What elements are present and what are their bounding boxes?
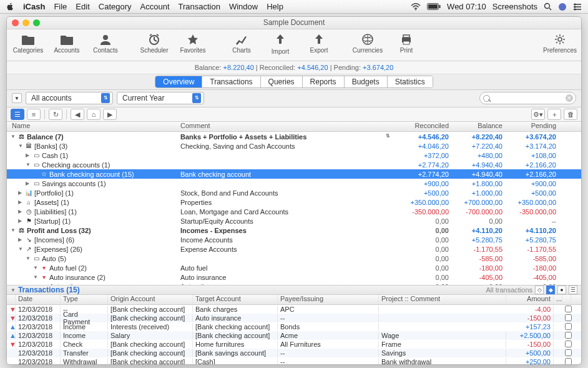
layout-icon[interactable]: ☰ bbox=[569, 286, 577, 294]
tree-row[interactable]: ▶📊[Portfolio] (1)Stock, Bond and Fund Ac… bbox=[7, 188, 581, 197]
disclosure-triangle[interactable]: ▶ bbox=[18, 218, 23, 224]
row-checkbox[interactable] bbox=[562, 332, 571, 340]
window-close-button[interactable] bbox=[12, 19, 19, 26]
disclosure-triangle[interactable]: ▼ bbox=[26, 256, 31, 261]
accounts-select[interactable]: All accounts⇅ bbox=[26, 92, 113, 104]
gear-button[interactable]: ⚙▾ bbox=[531, 109, 545, 120]
disclosure-triangle[interactable]: ▶ bbox=[18, 199, 23, 205]
disclosure-triangle[interactable]: ▼ bbox=[26, 162, 31, 167]
siri-icon[interactable] bbox=[558, 2, 567, 11]
window-zoom-button[interactable] bbox=[33, 19, 40, 26]
menu-category[interactable]: Category bbox=[99, 2, 132, 11]
toolbar-scheduler[interactable]: Scheduler bbox=[139, 33, 169, 54]
screenshots-menu[interactable]: Screenshots bbox=[492, 2, 537, 11]
disclosure-triangle[interactable]: ▼ bbox=[18, 246, 23, 252]
tree-row[interactable]: ☆Bank checking account (15)Bank checking… bbox=[7, 169, 581, 179]
add-button[interactable]: ＋ bbox=[547, 109, 561, 120]
search-input[interactable]: ✕ bbox=[479, 92, 576, 104]
tx-row[interactable]: ▲12/03/2018IncomeInterests (received)[Ba… bbox=[7, 322, 581, 331]
filter-icon-3[interactable]: ● bbox=[557, 286, 566, 294]
toolbar-preferences[interactable]: Preferences bbox=[545, 33, 575, 54]
menu-file[interactable]: File bbox=[54, 2, 67, 11]
row-checkbox[interactable] bbox=[562, 358, 571, 364]
apple-menu[interactable] bbox=[6, 2, 14, 11]
refresh-button[interactable]: ↻ bbox=[49, 109, 62, 120]
toolbar-import[interactable]: Import bbox=[265, 33, 295, 55]
menu-edit[interactable]: Edit bbox=[76, 2, 89, 11]
toolbar-export[interactable]: Export bbox=[304, 33, 334, 55]
view-tree-button[interactable]: ☰ bbox=[11, 109, 24, 120]
delete-button[interactable]: 🗑 bbox=[564, 109, 577, 120]
transactions-list[interactable]: ▼12/03/2018--[Bank checking account]Bank… bbox=[7, 305, 581, 364]
window-minimize-button[interactable] bbox=[22, 19, 29, 26]
row-checkbox[interactable] bbox=[562, 306, 571, 314]
disclosure-triangle[interactable]: ▼ bbox=[33, 265, 38, 271]
tx-row[interactable]: ▼12/03/2018Card Payment[Bank checking ac… bbox=[7, 314, 581, 322]
tree-row[interactable]: ▼🏛[Banks] (3)Checking, Saving and Cash A… bbox=[7, 141, 581, 151]
toolbar-print[interactable]: Print bbox=[391, 33, 421, 54]
toolbar-categories[interactable]: Categories bbox=[13, 33, 43, 54]
tab-transactions[interactable]: Transactions bbox=[202, 76, 260, 87]
tab-budgets[interactable]: Budgets bbox=[345, 76, 388, 87]
disclosure-triangle[interactable]: ▼ bbox=[18, 143, 23, 149]
battery-icon[interactable] bbox=[427, 3, 441, 10]
tree-row[interactable]: ▼▭Auto (5)0,00-585,00-585,00 bbox=[7, 254, 581, 263]
clock-text[interactable]: Wed 07:10 bbox=[447, 2, 486, 11]
tree-row[interactable]: ▼▾Auto insurance (2)Auto insurance0,00-4… bbox=[7, 272, 581, 282]
period-select[interactable]: Current Year⇅ bbox=[117, 92, 204, 104]
wifi-icon[interactable] bbox=[411, 3, 421, 11]
split-bar[interactable]: ▼ Transactions (15) All transactions ◇ ◆… bbox=[7, 285, 581, 295]
tab-queries[interactable]: Queries bbox=[261, 76, 303, 87]
tx-row[interactable]: ▼12/03/2018Check[Bank checking account]H… bbox=[7, 340, 581, 349]
toolbar-charts[interactable]: Charts bbox=[227, 33, 257, 55]
disclosure-triangle[interactable]: ▼ bbox=[11, 227, 16, 233]
row-checkbox[interactable] bbox=[562, 323, 571, 331]
tree-row[interactable]: ▶▭Savings accounts (1)+900,00+1.800,00+9… bbox=[7, 179, 581, 188]
filter-icon-1[interactable]: ◇ bbox=[535, 286, 544, 294]
disclosure-triangle[interactable]: ▼ bbox=[11, 134, 16, 139]
tree-column-header[interactable]: Name Comment Reconciled Balance Pending bbox=[7, 122, 581, 132]
view-list-button[interactable]: ≡ bbox=[27, 109, 41, 120]
tree-row[interactable]: ▶▭Cash (1)+372,00+480,00+108,00 bbox=[7, 151, 581, 160]
toolbar-favorites[interactable]: Favorites bbox=[178, 33, 208, 54]
back-button[interactable]: ◀ bbox=[71, 109, 84, 120]
tree-row[interactable]: ▼▭Checking accounts (1)+2.774,20+4.940,4… bbox=[7, 160, 581, 169]
spotlight-icon[interactable] bbox=[544, 2, 552, 11]
tx-row[interactable]: 12/03/2018Withdrawal[Bank checking accou… bbox=[7, 357, 581, 364]
disclosure-button[interactable]: ▼ bbox=[12, 93, 22, 103]
tree-row[interactable]: ▼⚖Balance (7)Banks + Portfolio + Assets … bbox=[7, 132, 581, 141]
toolbar-contacts[interactable]: Contacts bbox=[91, 33, 120, 54]
row-checkbox[interactable] bbox=[562, 341, 571, 349]
tree-row[interactable]: ▶↘[Incomes] (6)Income Accounts0,00+5.280… bbox=[7, 235, 581, 244]
titlebar[interactable]: Sample Document bbox=[7, 17, 581, 29]
account-tree[interactable]: ▼⚖Balance (7)Banks + Portfolio + Assets … bbox=[7, 132, 581, 285]
tree-row[interactable]: ▶◷[Liabilities] (1)Loan, Mortgage and Ca… bbox=[7, 207, 581, 216]
tree-row[interactable]: ▼⚖Profit and Loss (32)Incomes - Expenses… bbox=[7, 226, 581, 235]
tab-statistics[interactable]: Statistics bbox=[388, 76, 433, 87]
tab-reports[interactable]: Reports bbox=[303, 76, 345, 87]
tree-row[interactable]: ▼▾Auto fuel (2)Auto fuel0,00-180,00-180,… bbox=[7, 263, 581, 272]
menu-account[interactable]: Account bbox=[140, 2, 170, 11]
tree-row[interactable]: ▶⚑[Startup] (1)Startup/Equity Accounts0,… bbox=[7, 216, 581, 226]
notification-center-icon[interactable] bbox=[573, 3, 582, 11]
disclosure-triangle[interactable]: ▶ bbox=[18, 209, 23, 214]
row-checkbox[interactable] bbox=[562, 314, 571, 322]
tree-row[interactable]: ▼↗[Expenses] (26)Expense Accounts0,00-1.… bbox=[7, 244, 581, 254]
forward-button[interactable]: ▶ bbox=[103, 109, 117, 120]
tx-row[interactable]: ▲12/03/2018IncomeSalary[Bank checking ac… bbox=[7, 331, 581, 340]
split-disclosure[interactable]: ▼ bbox=[11, 287, 16, 293]
clear-search-icon[interactable]: ✕ bbox=[566, 94, 573, 102]
menu-transaction[interactable]: Transaction bbox=[179, 2, 220, 11]
tx-column-header[interactable]: Date Type Origin Account Target Account … bbox=[7, 295, 581, 305]
disclosure-triangle[interactable]: ▶ bbox=[26, 152, 31, 158]
disclosure-triangle[interactable]: ▶ bbox=[18, 190, 23, 196]
toolbar-currencies[interactable]: Currencies bbox=[353, 33, 383, 54]
app-menu[interactable]: iCash bbox=[23, 2, 45, 11]
home-button[interactable]: ⌂ bbox=[87, 109, 100, 120]
disclosure-triangle[interactable]: ▶ bbox=[18, 237, 23, 242]
tree-row[interactable]: ▶⌂[Assets] (1)Properties+350.000,00+700.… bbox=[7, 197, 581, 207]
tab-overview[interactable]: Overview bbox=[155, 76, 202, 87]
disclosure-triangle[interactable]: ▶ bbox=[26, 181, 31, 186]
toolbar-accounts[interactable]: Accounts bbox=[52, 33, 82, 54]
menu-help[interactable]: Help bbox=[267, 2, 283, 11]
